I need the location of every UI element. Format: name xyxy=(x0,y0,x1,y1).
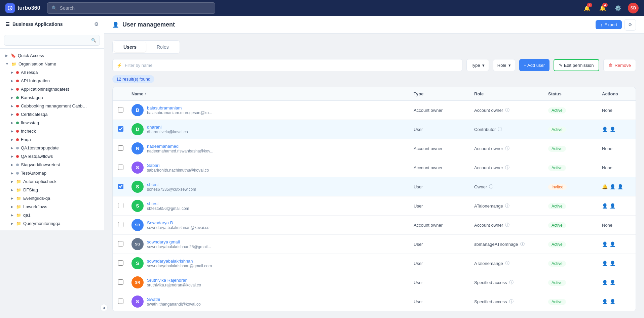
td-checkbox[interactable] xyxy=(115,276,129,289)
row-checkbox[interactable] xyxy=(118,145,123,151)
remove-user-icon[interactable]: 👤 xyxy=(610,280,615,285)
global-search-bar[interactable]: 🔍 xyxy=(47,2,215,14)
settings-panel-button[interactable]: ⚙ xyxy=(624,19,636,31)
td-checkbox[interactable] xyxy=(115,123,129,136)
info-icon[interactable]: ⓘ xyxy=(498,126,502,132)
sidebar-item[interactable]: ▶ Bamstagqa xyxy=(0,93,104,102)
sidebar-search-input-wrapper[interactable]: 🔍 xyxy=(4,35,100,46)
sidebar-item[interactable]: ▶ fncheck xyxy=(0,127,104,135)
user-name[interactable]: balasubramaniam xyxy=(147,105,212,110)
user-name[interactable]: Sruthivika Rajendran xyxy=(147,278,201,283)
info-icon[interactable]: ⓘ xyxy=(505,203,509,209)
sidebar-item[interactable]: ▶ API Integration xyxy=(0,77,104,85)
remove-button[interactable]: 🗑 Remove xyxy=(603,59,636,71)
td-checkbox[interactable] xyxy=(115,161,129,174)
export-button[interactable]: ↑ Export xyxy=(596,20,622,29)
sidebar-item[interactable]: ▶ 📁 Querymonitoringqa xyxy=(0,219,104,228)
info-icon[interactable]: ⓘ xyxy=(505,222,509,228)
info-icon[interactable]: ⓘ xyxy=(505,107,509,113)
td-checkbox[interactable] xyxy=(115,238,129,251)
row-checkbox[interactable] xyxy=(118,222,123,227)
user-name[interactable]: sowndarya gmail xyxy=(147,239,211,244)
app-logo[interactable]: turbo360 xyxy=(5,3,40,13)
sidebar-item[interactable]: ▶ Applicationinsigthsqatest xyxy=(0,85,104,93)
user-name[interactable]: dharani xyxy=(147,125,188,130)
assign-role-icon[interactable]: 👤 xyxy=(602,241,608,247)
remove-user-icon[interactable]: 👤 xyxy=(610,203,615,209)
remove-user-icon[interactable]: 👤 xyxy=(610,127,615,132)
sidebar-item[interactable]: ▶ 📁 Eventgrids-qa xyxy=(0,194,104,202)
alerts-button[interactable]: 🔔 4 xyxy=(597,2,608,14)
info-icon[interactable]: ⓘ xyxy=(520,241,525,247)
notifications-button[interactable]: 🔔 3 xyxy=(581,2,593,14)
sidebar-item[interactable]: ▶ 📁 DFStag xyxy=(0,186,104,194)
row-checkbox[interactable] xyxy=(118,241,123,246)
td-checkbox[interactable] xyxy=(115,257,129,270)
settings-button[interactable]: ⚙️ xyxy=(612,2,624,14)
sidebar-item[interactable]: ▶ 📁 Automapfixcheck xyxy=(0,177,104,186)
assign-role-icon[interactable]: 👤 xyxy=(602,127,608,132)
row-checkbox[interactable] xyxy=(118,165,123,170)
user-avatar-button[interactable]: SB xyxy=(628,3,639,13)
assign-role-icon[interactable]: 👤 xyxy=(602,261,608,266)
sidebar-item[interactable]: ▶ QA1testpropupdate xyxy=(0,144,104,152)
sidebar-item[interactable]: ▶ 📁 Laworkflows xyxy=(0,202,104,211)
sidebar-org-name[interactable]: ▼ 📁 Organisation Name xyxy=(0,60,104,68)
filter-input[interactable] xyxy=(125,63,458,68)
info-icon[interactable]: ⓘ xyxy=(505,260,509,266)
role-dropdown-button[interactable]: Role ▾ xyxy=(493,59,515,71)
td-checkbox[interactable] xyxy=(115,142,129,155)
tab-users[interactable]: Users xyxy=(114,42,146,52)
assign-role-icon[interactable]: 👤 xyxy=(602,299,608,304)
sidebar-item[interactable]: ▶ Certificatesqa xyxy=(0,110,104,119)
td-checkbox[interactable] xyxy=(115,199,129,213)
user-name[interactable]: sbtest xyxy=(147,182,196,187)
user-name[interactable]: Sabari xyxy=(147,163,209,168)
user-name[interactable]: Sowndarya B xyxy=(147,220,210,225)
info-icon[interactable]: ⓘ xyxy=(509,299,514,305)
th-name[interactable]: Name ↑ xyxy=(129,87,411,100)
user-name[interactable]: nadeemahamed xyxy=(147,144,213,149)
td-checkbox[interactable] xyxy=(115,295,129,308)
remove-user-icon[interactable]: 👤 xyxy=(617,184,623,189)
row-checkbox[interactable] xyxy=(118,126,123,132)
user-name[interactable]: sowndaryabalakrishnan xyxy=(147,259,212,264)
info-icon[interactable]: ⓘ xyxy=(509,279,514,285)
sidebar-search-input[interactable] xyxy=(8,38,88,43)
search-input[interactable] xyxy=(60,5,211,11)
remove-user-icon[interactable]: 👤 xyxy=(610,241,615,247)
sidebar-item[interactable]: ▶ QATestqawflows xyxy=(0,152,104,161)
sidebar-item[interactable]: ▶ Cabbooking management Cabbooking mana xyxy=(0,102,104,110)
td-checkbox[interactable] xyxy=(115,219,129,232)
row-checkbox[interactable] xyxy=(118,184,123,189)
user-name[interactable]: Swathi xyxy=(147,297,201,302)
tab-roles[interactable]: Roles xyxy=(147,42,178,52)
td-checkbox[interactable] xyxy=(115,180,129,193)
type-dropdown-button[interactable]: Type ▾ xyxy=(466,59,489,71)
sidebar-item[interactable]: ▶ All resqa xyxy=(0,68,104,77)
notification-icon[interactable]: 🔔 xyxy=(602,184,608,189)
info-icon[interactable]: ⓘ xyxy=(505,145,509,151)
row-checkbox[interactable] xyxy=(118,203,123,208)
info-icon[interactable]: ⓘ xyxy=(489,184,493,190)
sidebar-item[interactable]: ▶ 📁 qa1 xyxy=(0,211,104,219)
assign-role-icon[interactable]: 👤 xyxy=(602,203,608,209)
td-checkbox[interactable] xyxy=(115,104,129,117)
filter-input-wrapper[interactable]: ⚡ xyxy=(112,59,462,71)
add-user-button[interactable]: + Add user xyxy=(519,59,550,71)
sidebar-item[interactable]: ▶ flowsstag xyxy=(0,119,104,127)
sidebar-quick-access[interactable]: ▶ 🔖 Quick Access xyxy=(0,51,104,60)
sidebar-item[interactable]: ▶ Stagworkflowsretest xyxy=(0,161,104,169)
user-name[interactable]: sbtest xyxy=(147,201,189,206)
remove-user-icon[interactable]: 👤 xyxy=(610,299,615,304)
assign-role-icon[interactable]: 👤 xyxy=(602,280,608,285)
sidebar-item[interactable]: ▶ Fnqa xyxy=(0,135,104,144)
sidebar-collapse-button[interactable]: ◀ xyxy=(100,304,108,311)
row-checkbox[interactable] xyxy=(118,260,123,266)
sidebar-gear-icon[interactable]: ⚙ xyxy=(94,21,99,27)
assign-role-icon[interactable]: 👤 xyxy=(610,184,615,189)
sidebar-item[interactable]: ▶ TestAutomap xyxy=(0,169,104,177)
remove-user-icon[interactable]: 👤 xyxy=(610,261,615,266)
row-checkbox[interactable] xyxy=(118,107,123,112)
row-checkbox[interactable] xyxy=(118,299,123,304)
